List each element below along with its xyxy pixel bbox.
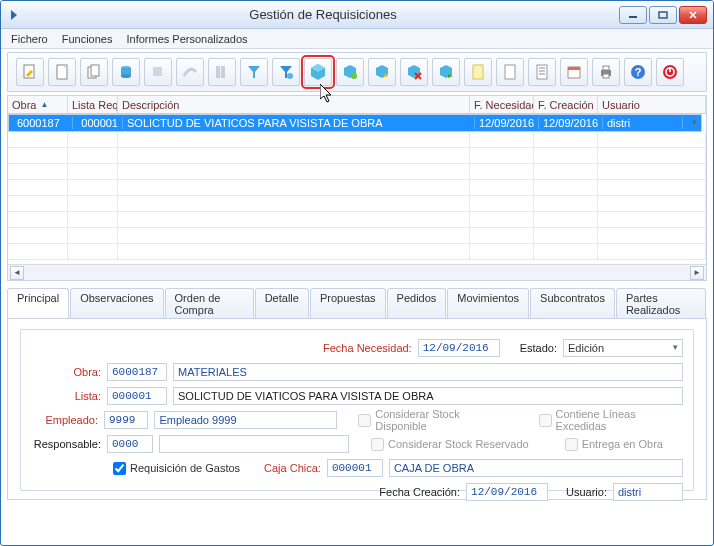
label-caja-chica: Caja Chica:: [264, 462, 321, 474]
label-empleado: Empleado:: [31, 414, 98, 426]
chk-requisicion-gastos[interactable]: Requisición de Gastos: [113, 462, 240, 475]
field-lista-name[interactable]: SOLICTUD DE VIATICOS PARA VISISTA DE OBR…: [173, 387, 683, 405]
cube-x-icon[interactable]: [400, 58, 428, 86]
svg-point-21: [351, 73, 357, 79]
svg-marker-0: [11, 10, 17, 20]
scroll-left-icon[interactable]: ◄: [10, 266, 24, 280]
svg-rect-9: [91, 65, 99, 76]
tab-movimientos[interactable]: Movimientos: [447, 288, 529, 319]
field-obra-name[interactable]: MATERIALES: [173, 363, 683, 381]
svg-rect-36: [568, 67, 580, 70]
field-caja-chica-name[interactable]: CAJA DE OBRA: [389, 459, 683, 477]
select-estado[interactable]: Edición: [563, 339, 683, 357]
label-responsable: Responsable:: [31, 438, 101, 450]
field-empleado-code[interactable]: 9999: [104, 411, 148, 429]
app-icon: [7, 7, 23, 23]
field-caja-chica-code[interactable]: 000001: [327, 459, 383, 477]
label-obra: Obra:: [31, 366, 101, 378]
field-usuario[interactable]: distri: [613, 483, 683, 501]
cell-usr: distri: [603, 117, 683, 129]
menubar: Fichero Funciones Informes Personalizado…: [1, 29, 713, 49]
page-yellow-icon[interactable]: [464, 58, 492, 86]
field-lista-code[interactable]: 000001: [107, 387, 167, 405]
col-creacion[interactable]: F. Creación: [534, 96, 598, 113]
swoosh-icon[interactable]: [176, 58, 204, 86]
filter-blue-icon[interactable]: [272, 58, 300, 86]
tab-panel-principal: Fecha Necesidad: 12/09/2016 Estado: Edic…: [7, 318, 707, 500]
cell-obra: 6000187: [13, 117, 73, 129]
copy-icon[interactable]: [80, 58, 108, 86]
power-icon[interactable]: [656, 58, 684, 86]
field-responsable-code[interactable]: 0000: [107, 435, 153, 453]
col-necesidad[interactable]: F. Necesidad: [470, 96, 534, 113]
field-fecha-necesidad[interactable]: 12/09/2016: [418, 339, 500, 357]
svg-rect-29: [473, 65, 483, 79]
col-desc[interactable]: Descripción: [118, 96, 470, 113]
printer-icon[interactable]: [592, 58, 620, 86]
window-title: Gestión de Requisiciones: [27, 7, 619, 22]
page-white-icon[interactable]: [496, 58, 524, 86]
menu-informes[interactable]: Informes Personalizados: [126, 33, 247, 45]
grid-header: Obra Lista Req. Descripción F. Necesidad…: [8, 96, 706, 114]
tab-observaciones[interactable]: Observaciones: [70, 288, 163, 319]
cube-add-icon[interactable]: [336, 58, 364, 86]
col-lista[interactable]: Lista Req.: [68, 96, 118, 113]
toolbar: ?: [7, 52, 707, 92]
detail-tabs: Principal Observaciones Orden de Compra …: [7, 287, 707, 500]
label-fecha-creacion: Fecha Creación:: [379, 486, 460, 498]
help-icon[interactable]: ?: [624, 58, 652, 86]
db-cylinder-icon[interactable]: [112, 58, 140, 86]
label-estado: Estado:: [520, 342, 557, 354]
tab-detalle[interactable]: Detalle: [255, 288, 309, 319]
menu-fichero[interactable]: Fichero: [11, 33, 48, 45]
calendar-icon[interactable]: [560, 58, 588, 86]
chk-entrega-obra[interactable]: Entrega en Obra: [565, 438, 663, 451]
menu-funciones[interactable]: Funciones: [62, 33, 113, 45]
chk-lineas-excedidas[interactable]: Contiene Líneas Excedidas: [539, 408, 683, 432]
cube-arrow-icon[interactable]: [432, 58, 460, 86]
tab-principal[interactable]: Principal: [7, 288, 69, 319]
window-buttons: [619, 6, 707, 24]
svg-text:?: ?: [635, 66, 642, 78]
scroll-right-icon[interactable]: ►: [690, 266, 704, 280]
svg-rect-38: [603, 66, 609, 70]
table-row[interactable]: 6000187 000001 SOLICTUD DE VIATICOS PARA…: [8, 114, 702, 132]
titlebar: Gestión de Requisiciones: [1, 1, 713, 29]
puzzle-icon[interactable]: [144, 58, 172, 86]
chk-stock-reservado[interactable]: Considerar Stock Reservado: [371, 438, 529, 451]
grid-body[interactable]: 6000187 000001 SOLICTUD DE VIATICOS PARA…: [8, 114, 706, 264]
chk-stock-disponible[interactable]: Considerar Stock Disponible: [358, 408, 507, 432]
edit-pencil-icon[interactable]: [16, 58, 44, 86]
tab-pedidos[interactable]: Pedidos: [387, 288, 447, 319]
close-button[interactable]: [679, 6, 707, 24]
svg-rect-1: [629, 16, 637, 18]
tab-partes[interactable]: Partes Realizados: [616, 288, 706, 319]
filter-icon[interactable]: [240, 58, 268, 86]
grid-hscroll[interactable]: ◄ ►: [8, 264, 706, 280]
cell-crea: 12/09/2016: [539, 117, 603, 129]
label-lista: Lista:: [31, 390, 101, 402]
cell-desc: SOLICTUD DE VIATICOS PARA VISISTA DE OBR…: [123, 117, 475, 129]
page-lines-icon[interactable]: [528, 58, 556, 86]
svg-rect-14: [221, 66, 225, 78]
series-icon[interactable]: [208, 58, 236, 86]
field-obra-code[interactable]: 6000187: [107, 363, 167, 381]
field-empleado-name[interactable]: Empleado 9999: [154, 411, 336, 429]
cell-lista: 000001: [73, 117, 123, 129]
svg-rect-31: [537, 65, 547, 79]
field-responsable-name[interactable]: [159, 435, 349, 453]
tab-subcontratos[interactable]: Subcontratos: [530, 288, 615, 319]
label-fecha-necesidad: Fecha Necesidad:: [323, 342, 412, 354]
svg-rect-39: [603, 74, 609, 78]
cube-highlight-icon[interactable]: [304, 58, 332, 86]
col-usuario[interactable]: Usuario: [598, 96, 706, 113]
requisition-grid: Obra Lista Req. Descripción F. Necesidad…: [7, 95, 707, 281]
new-page-icon[interactable]: [48, 58, 76, 86]
cube-star-icon[interactable]: [368, 58, 396, 86]
minimize-button[interactable]: [619, 6, 647, 24]
field-fecha-creacion[interactable]: 12/09/2016: [466, 483, 548, 501]
tab-orden[interactable]: Orden de Compra: [165, 288, 254, 319]
maximize-button[interactable]: [649, 6, 677, 24]
tab-propuestas[interactable]: Propuestas: [310, 288, 386, 319]
col-obra[interactable]: Obra: [8, 96, 68, 113]
